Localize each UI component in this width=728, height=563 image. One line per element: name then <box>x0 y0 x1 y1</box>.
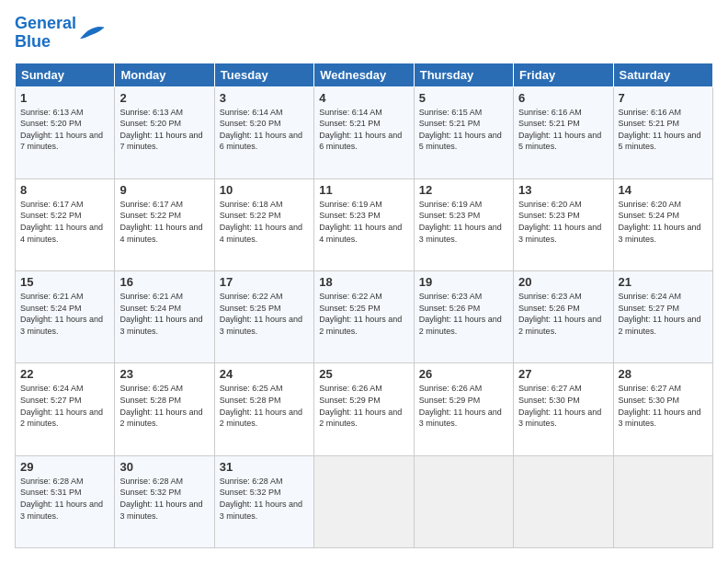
day-number: 24 <box>220 367 309 381</box>
day-cell: 4 Sunrise: 6:14 AM Sunset: 5:21 PM Dayli… <box>314 86 414 178</box>
day-number: 10 <box>220 183 309 197</box>
logo-bird-icon <box>78 22 106 44</box>
day-cell: 26 Sunrise: 6:26 AM Sunset: 5:29 PM Dayl… <box>414 363 513 455</box>
day-number: 21 <box>619 275 708 289</box>
day-number: 26 <box>419 367 508 381</box>
day-cell: 6 Sunrise: 6:16 AM Sunset: 5:21 PM Dayli… <box>514 86 613 178</box>
day-cell: 25 Sunrise: 6:26 AM Sunset: 5:29 PM Dayl… <box>314 363 414 455</box>
day-cell: 3 Sunrise: 6:14 AM Sunset: 5:20 PM Dayli… <box>214 86 313 178</box>
day-cell: 19 Sunrise: 6:23 AM Sunset: 5:26 PM Dayl… <box>414 271 513 363</box>
day-number: 11 <box>319 183 408 197</box>
day-number: 17 <box>220 275 309 289</box>
day-info: Sunrise: 6:24 AM Sunset: 5:27 PM Dayligh… <box>619 291 708 337</box>
day-number: 2 <box>119 91 209 105</box>
day-cell <box>514 455 613 547</box>
day-info: Sunrise: 6:19 AM Sunset: 5:23 PM Dayligh… <box>419 199 508 245</box>
day-number: 16 <box>119 275 209 289</box>
day-info: Sunrise: 6:23 AM Sunset: 5:26 PM Dayligh… <box>518 291 608 337</box>
day-info: Sunrise: 6:15 AM Sunset: 5:21 PM Dayligh… <box>419 107 508 153</box>
day-cell: 7 Sunrise: 6:16 AM Sunset: 5:21 PM Dayli… <box>613 86 712 178</box>
day-number: 14 <box>619 183 708 197</box>
day-cell: 9 Sunrise: 6:17 AM Sunset: 5:22 PM Dayli… <box>115 178 214 270</box>
day-info: Sunrise: 6:21 AM Sunset: 5:24 PM Dayligh… <box>20 291 109 337</box>
logo: General Blue <box>15 15 106 52</box>
day-number: 9 <box>119 183 209 197</box>
day-cell: 24 Sunrise: 6:25 AM Sunset: 5:28 PM Dayl… <box>214 363 313 455</box>
day-number: 28 <box>619 367 708 381</box>
day-cell: 17 Sunrise: 6:22 AM Sunset: 5:25 PM Dayl… <box>214 271 313 363</box>
day-number: 5 <box>419 91 508 105</box>
day-cell: 23 Sunrise: 6:25 AM Sunset: 5:28 PM Dayl… <box>115 363 214 455</box>
day-cell: 27 Sunrise: 6:27 AM Sunset: 5:30 PM Dayl… <box>514 363 613 455</box>
week-row-4: 29 Sunrise: 6:28 AM Sunset: 5:31 PM Dayl… <box>16 455 713 547</box>
calendar-table: SundayMondayTuesdayWednesdayThursdayFrid… <box>15 63 713 548</box>
day-cell: 30 Sunrise: 6:28 AM Sunset: 5:32 PM Dayl… <box>115 455 214 547</box>
week-row-2: 15 Sunrise: 6:21 AM Sunset: 5:24 PM Dayl… <box>16 271 713 363</box>
day-number: 27 <box>518 367 608 381</box>
day-cell: 8 Sunrise: 6:17 AM Sunset: 5:22 PM Dayli… <box>16 178 115 270</box>
day-number: 23 <box>119 367 209 381</box>
day-cell: 14 Sunrise: 6:20 AM Sunset: 5:24 PM Dayl… <box>613 178 712 270</box>
day-cell: 21 Sunrise: 6:24 AM Sunset: 5:27 PM Dayl… <box>613 271 712 363</box>
day-cell: 1 Sunrise: 6:13 AM Sunset: 5:20 PM Dayli… <box>16 86 115 178</box>
header-sunday: Sunday <box>16 63 115 86</box>
day-cell: 12 Sunrise: 6:19 AM Sunset: 5:23 PM Dayl… <box>414 178 513 270</box>
day-info: Sunrise: 6:18 AM Sunset: 5:22 PM Dayligh… <box>220 199 309 245</box>
day-info: Sunrise: 6:22 AM Sunset: 5:25 PM Dayligh… <box>220 291 309 337</box>
page: General Blue SundayMondayTuesdayWednesda… <box>0 0 728 563</box>
day-info: Sunrise: 6:25 AM Sunset: 5:28 PM Dayligh… <box>220 383 309 429</box>
day-info: Sunrise: 6:28 AM Sunset: 5:31 PM Dayligh… <box>20 476 109 522</box>
day-number: 3 <box>220 91 309 105</box>
day-info: Sunrise: 6:17 AM Sunset: 5:22 PM Dayligh… <box>119 199 209 245</box>
day-info: Sunrise: 6:16 AM Sunset: 5:21 PM Dayligh… <box>518 107 608 153</box>
day-info: Sunrise: 6:26 AM Sunset: 5:29 PM Dayligh… <box>419 383 508 429</box>
day-info: Sunrise: 6:21 AM Sunset: 5:24 PM Dayligh… <box>119 291 209 337</box>
day-info: Sunrise: 6:27 AM Sunset: 5:30 PM Dayligh… <box>518 383 608 429</box>
day-info: Sunrise: 6:26 AM Sunset: 5:29 PM Dayligh… <box>319 383 408 429</box>
logo-general: General <box>15 14 76 32</box>
day-info: Sunrise: 6:13 AM Sunset: 5:20 PM Dayligh… <box>119 107 209 153</box>
logo-text: General Blue <box>15 15 76 52</box>
day-number: 8 <box>20 183 109 197</box>
header-monday: Monday <box>115 63 214 86</box>
day-info: Sunrise: 6:20 AM Sunset: 5:23 PM Dayligh… <box>518 199 608 245</box>
day-number: 31 <box>220 460 309 474</box>
day-info: Sunrise: 6:25 AM Sunset: 5:28 PM Dayligh… <box>119 383 209 429</box>
day-cell: 31 Sunrise: 6:28 AM Sunset: 5:32 PM Dayl… <box>214 455 313 547</box>
day-info: Sunrise: 6:16 AM Sunset: 5:21 PM Dayligh… <box>619 107 708 153</box>
day-cell: 22 Sunrise: 6:24 AM Sunset: 5:27 PM Dayl… <box>16 363 115 455</box>
day-cell: 20 Sunrise: 6:23 AM Sunset: 5:26 PM Dayl… <box>514 271 613 363</box>
day-number: 1 <box>20 91 109 105</box>
day-number: 6 <box>518 91 608 105</box>
day-number: 4 <box>319 91 408 105</box>
day-number: 7 <box>619 91 708 105</box>
day-number: 19 <box>419 275 508 289</box>
day-info: Sunrise: 6:17 AM Sunset: 5:22 PM Dayligh… <box>20 199 109 245</box>
week-row-0: 1 Sunrise: 6:13 AM Sunset: 5:20 PM Dayli… <box>16 86 713 178</box>
day-cell: 16 Sunrise: 6:21 AM Sunset: 5:24 PM Dayl… <box>115 271 214 363</box>
header: General Blue <box>15 15 713 52</box>
header-tuesday: Tuesday <box>214 63 313 86</box>
day-info: Sunrise: 6:13 AM Sunset: 5:20 PM Dayligh… <box>20 107 109 153</box>
day-info: Sunrise: 6:22 AM Sunset: 5:25 PM Dayligh… <box>319 291 408 337</box>
header-row: SundayMondayTuesdayWednesdayThursdayFrid… <box>16 63 713 86</box>
day-number: 13 <box>518 183 608 197</box>
day-cell: 11 Sunrise: 6:19 AM Sunset: 5:23 PM Dayl… <box>314 178 414 270</box>
header-thursday: Thursday <box>414 63 513 86</box>
day-number: 12 <box>419 183 508 197</box>
day-number: 30 <box>119 460 209 474</box>
day-info: Sunrise: 6:14 AM Sunset: 5:20 PM Dayligh… <box>220 107 309 153</box>
day-cell: 2 Sunrise: 6:13 AM Sunset: 5:20 PM Dayli… <box>115 86 214 178</box>
day-cell: 29 Sunrise: 6:28 AM Sunset: 5:31 PM Dayl… <box>16 455 115 547</box>
header-saturday: Saturday <box>613 63 712 86</box>
day-number: 18 <box>319 275 408 289</box>
day-info: Sunrise: 6:14 AM Sunset: 5:21 PM Dayligh… <box>319 107 408 153</box>
header-wednesday: Wednesday <box>314 63 414 86</box>
day-cell <box>314 455 414 547</box>
day-number: 15 <box>20 275 109 289</box>
day-info: Sunrise: 6:19 AM Sunset: 5:23 PM Dayligh… <box>319 199 408 245</box>
day-cell: 5 Sunrise: 6:15 AM Sunset: 5:21 PM Dayli… <box>414 86 513 178</box>
logo-blue: Blue <box>15 32 51 51</box>
day-number: 22 <box>20 367 109 381</box>
day-cell: 15 Sunrise: 6:21 AM Sunset: 5:24 PM Dayl… <box>16 271 115 363</box>
